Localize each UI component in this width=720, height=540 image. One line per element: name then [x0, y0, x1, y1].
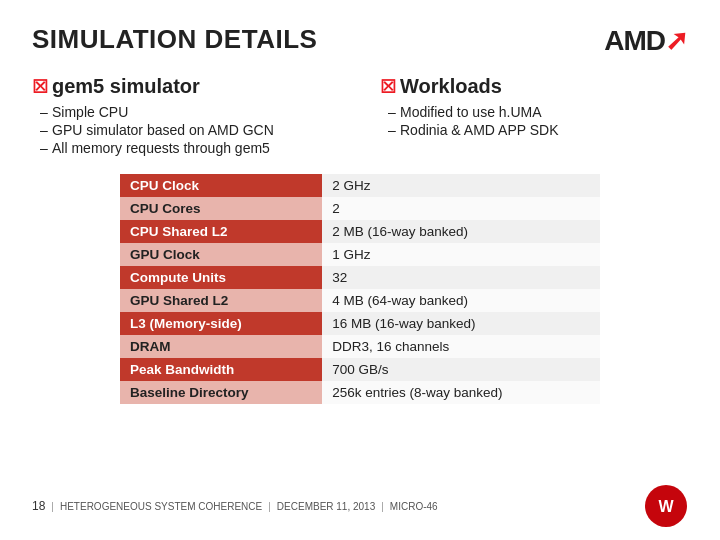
table-cell-label: L3 (Memory-side) [120, 312, 322, 335]
table-cell-label: GPU Shared L2 [120, 289, 322, 312]
svg-text:W: W [658, 498, 674, 515]
table-cell-label: GPU Clock [120, 243, 322, 266]
table-cell-value: 1 GHz [322, 243, 600, 266]
table-cell-label: DRAM [120, 335, 322, 358]
footer-sep-2: | [268, 501, 271, 512]
table-row: Compute Units32 [120, 266, 600, 289]
table-cell-value: 32 [322, 266, 600, 289]
right-bullet-list: Modified to use h.UMA Rodinia & AMD APP … [380, 104, 688, 138]
footer-sep-1: | [51, 501, 54, 512]
table-row: L3 (Memory-side)16 MB (16-way banked) [120, 312, 600, 335]
right-column: ☒ Workloads Modified to use h.UMA Rodini… [380, 75, 688, 158]
left-bullet-2: GPU simulator based on AMD GCN [40, 122, 340, 138]
amd-arrow-icon: ➚ [665, 24, 688, 57]
table-cell-label: CPU Shared L2 [120, 220, 322, 243]
left-section-title: ☒ gem5 simulator [32, 75, 340, 98]
table-cell-value: 700 GB/s [322, 358, 600, 381]
table-row: DRAMDDR3, 16 channels [120, 335, 600, 358]
table-row: Peak Bandwidth700 GB/s [120, 358, 600, 381]
footer-text3: MICRO-46 [390, 501, 438, 512]
table-cell-value: 16 MB (16-way banked) [322, 312, 600, 335]
table-cell-value: 4 MB (64-way banked) [322, 289, 600, 312]
table-cell-value: 256k entries (8-way banked) [322, 381, 600, 404]
checkbox-icon-right: ☒ [380, 76, 396, 98]
page-title: SIMULATION DETAILS [32, 24, 317, 55]
page: SIMULATION DETAILS AMD➚ ☒ gem5 simulator… [0, 0, 720, 540]
table-cell-label: CPU Clock [120, 174, 322, 197]
footer-text1: HETEROGENEOUS SYSTEM COHERENCE [60, 501, 262, 512]
table-row: Baseline Directory256k entries (8-way ba… [120, 381, 600, 404]
footer-page-num: 18 [32, 499, 45, 513]
table-row: GPU Shared L24 MB (64-way banked) [120, 289, 600, 312]
footer-left: 18 | HETEROGENEOUS SYSTEM COHERENCE | DE… [32, 499, 438, 513]
table-row: CPU Cores2 [120, 197, 600, 220]
footer-sep-3: | [381, 501, 384, 512]
table-cell-label: Peak Bandwidth [120, 358, 322, 381]
specs-table: CPU Clock2 GHzCPU Cores2CPU Shared L22 M… [120, 174, 600, 404]
left-bullet-1: Simple CPU [40, 104, 340, 120]
left-column: ☒ gem5 simulator Simple CPU GPU simulato… [32, 75, 340, 158]
table-cell-label: Baseline Directory [120, 381, 322, 404]
table-cell-label: CPU Cores [120, 197, 322, 220]
amd-logo: AMD➚ [604, 24, 688, 57]
two-col-section: ☒ gem5 simulator Simple CPU GPU simulato… [32, 75, 688, 158]
table-cell-value: DDR3, 16 channels [322, 335, 600, 358]
left-bullet-list: Simple CPU GPU simulator based on AMD GC… [32, 104, 340, 156]
table-cell-label: Compute Units [120, 266, 322, 289]
checkbox-icon-left: ☒ [32, 76, 48, 98]
left-bullet-3: All memory requests through gem5 [40, 140, 340, 156]
specs-table-container: CPU Clock2 GHzCPU Cores2CPU Shared L22 M… [120, 174, 600, 404]
footer-text2: DECEMBER 11, 2013 [277, 501, 375, 512]
right-section-title: ☒ Workloads [380, 75, 688, 98]
amd-logo-text: AMD [604, 25, 665, 57]
uw-logo: W [644, 484, 688, 528]
table-row: CPU Clock2 GHz [120, 174, 600, 197]
footer: 18 | HETEROGENEOUS SYSTEM COHERENCE | DE… [0, 484, 720, 528]
table-cell-value: 2 MB (16-way banked) [322, 220, 600, 243]
table-row: CPU Shared L22 MB (16-way banked) [120, 220, 600, 243]
right-bullet-1: Modified to use h.UMA [388, 104, 688, 120]
table-cell-value: 2 GHz [322, 174, 600, 197]
table-row: GPU Clock1 GHz [120, 243, 600, 266]
right-bullet-2: Rodinia & AMD APP SDK [388, 122, 688, 138]
header-row: SIMULATION DETAILS AMD➚ [32, 24, 688, 57]
table-cell-value: 2 [322, 197, 600, 220]
